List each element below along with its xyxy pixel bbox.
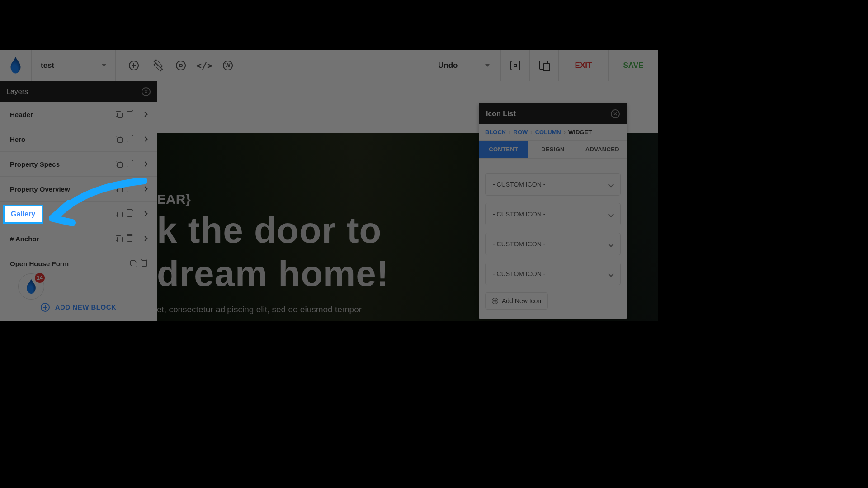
hero-subtext: et, consectetur adipiscing elit, sed do … <box>157 305 362 314</box>
code-icon: </> <box>196 60 212 71</box>
crumb-block[interactable]: BLOCK <box>485 129 506 136</box>
layer-row-property-overview[interactable]: Property Overview <box>0 177 157 202</box>
add-button[interactable] <box>122 50 146 81</box>
icon-list-item[interactable]: - CUSTOM ICON - <box>485 233 621 255</box>
trash-icon[interactable] <box>127 235 132 242</box>
crumb-column[interactable]: COLUMN <box>535 129 561 136</box>
layer-row-anchor[interactable]: # Anchor <box>0 226 157 251</box>
chevron-right-icon[interactable] <box>142 112 147 117</box>
duplicate-icon[interactable] <box>116 186 123 192</box>
inspector-panel: Icon List ✕ BLOCK› ROW› COLUMN› WIDGET C… <box>479 103 627 319</box>
duplicate-icon[interactable] <box>116 211 123 217</box>
wordpress-button[interactable]: W <box>216 50 240 81</box>
page-name: test <box>41 61 54 70</box>
badge-count: 14 <box>35 273 45 283</box>
crumb-widget: WIDGET <box>568 129 592 136</box>
undo-dropdown[interactable]: Undo <box>427 50 501 81</box>
inspector-tabs: CONTENT DESIGN ADVANCED <box>479 140 627 159</box>
chevron-right-icon[interactable] <box>142 186 147 191</box>
plus-circle-icon <box>41 303 50 312</box>
icon-list-item[interactable]: - CUSTOM ICON - <box>485 203 621 225</box>
callout-label: Gallery <box>11 210 35 218</box>
undo-label: Undo <box>438 61 458 70</box>
crumb-row[interactable]: ROW <box>514 129 528 136</box>
layers-panel-header: Layers ✕ <box>0 81 157 102</box>
layers-button[interactable] <box>146 50 169 81</box>
duplicate-icon[interactable] <box>130 260 137 267</box>
close-icon[interactable]: ✕ <box>142 87 151 96</box>
inspector-header: Icon List ✕ <box>479 103 627 124</box>
chevron-down-icon <box>608 211 614 217</box>
duplicate-icon[interactable] <box>116 235 123 242</box>
save-button[interactable]: SAVE <box>609 50 658 81</box>
close-icon[interactable]: ✕ <box>611 109 620 118</box>
callout-gallery-highlight: Gallery <box>3 205 43 224</box>
notification-badge[interactable]: 14 <box>18 273 44 300</box>
chevron-down-icon <box>102 64 106 67</box>
page-selector[interactable]: test <box>32 50 116 81</box>
trash-icon[interactable] <box>127 211 132 217</box>
layers-list: Header Hero Property Specs Property Over… <box>0 102 157 293</box>
icon-list-item[interactable]: - CUSTOM ICON - <box>485 173 621 196</box>
preview-icon <box>510 61 520 70</box>
chevron-down-icon <box>485 64 490 67</box>
chevron-right-icon[interactable] <box>142 236 147 241</box>
exit-button[interactable]: EXIT <box>559 50 609 81</box>
layer-row-header[interactable]: Header <box>0 102 157 127</box>
duplicate-icon[interactable] <box>116 161 123 168</box>
add-new-icon-button[interactable]: Add New Icon <box>485 292 548 310</box>
tab-content[interactable]: CONTENT <box>479 141 528 158</box>
trash-icon[interactable] <box>127 136 132 142</box>
inspector-title: Icon List <box>486 110 516 118</box>
trash-icon[interactable] <box>127 161 132 167</box>
plus-circle-icon <box>492 298 498 304</box>
tab-advanced[interactable]: ADVANCED <box>578 141 627 158</box>
chevron-right-icon[interactable] <box>142 211 147 216</box>
trash-icon[interactable] <box>127 111 132 117</box>
toolbar-icons: </> W <box>116 50 246 81</box>
inspector-body: - CUSTOM ICON - - CUSTOM ICON - - CUSTOM… <box>479 159 627 319</box>
responsive-button[interactable] <box>530 50 559 81</box>
top-toolbar: test </> W Undo EXIT SAVE <box>0 50 658 81</box>
inspector-breadcrumb: BLOCK› ROW› COLUMN› WIDGET <box>479 124 627 140</box>
layers-icon <box>152 61 162 70</box>
flame-icon <box>26 279 36 294</box>
gear-icon <box>176 61 186 70</box>
tab-design[interactable]: DESIGN <box>528 141 577 158</box>
chevron-right-icon[interactable] <box>142 136 147 141</box>
preview-button[interactable] <box>501 50 530 81</box>
devices-icon <box>539 61 549 70</box>
layers-title: Layers <box>6 88 28 96</box>
settings-button[interactable] <box>169 50 193 81</box>
code-button[interactable]: </> <box>193 50 216 81</box>
app-logo[interactable] <box>0 50 32 81</box>
hero-heading: k the door to dream home! <box>157 210 389 295</box>
wordpress-icon: W <box>223 61 233 70</box>
plus-circle-icon <box>129 61 139 70</box>
hero-tag: EAR} <box>157 192 191 207</box>
chevron-down-icon <box>608 182 614 188</box>
trash-icon[interactable] <box>127 186 132 192</box>
duplicate-icon[interactable] <box>116 136 123 143</box>
layer-row-hero[interactable]: Hero <box>0 127 157 152</box>
layer-row-open-house-form[interactable]: Open House Form <box>0 251 157 276</box>
chevron-down-icon <box>608 271 614 277</box>
icon-list-item[interactable]: - CUSTOM ICON - <box>485 263 621 285</box>
layer-row-property-specs[interactable]: Property Specs <box>0 152 157 177</box>
chevron-down-icon <box>608 241 614 247</box>
duplicate-icon[interactable] <box>116 111 123 118</box>
chevron-right-icon[interactable] <box>142 161 147 166</box>
trash-icon[interactable] <box>142 260 147 267</box>
flame-icon <box>10 57 22 74</box>
